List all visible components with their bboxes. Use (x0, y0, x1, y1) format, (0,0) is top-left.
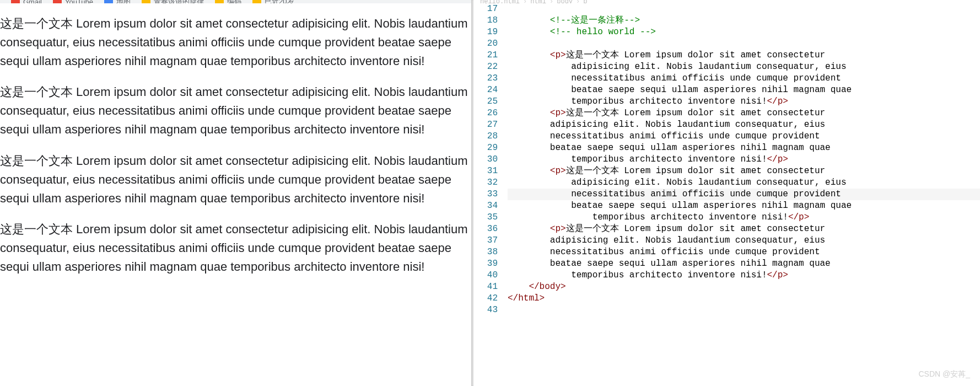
line-number: 24 (473, 84, 498, 96)
line-number: 22 (473, 61, 498, 73)
token-text: 这是一个文本 Lorem ipsum dolor sit amet consec… (566, 224, 825, 234)
paragraph: 这是一个文本 Lorem ipsum dolor sit amet consec… (0, 152, 471, 208)
token-tag: <p> (550, 166, 566, 176)
bookmark-icon (104, 0, 113, 3)
bookmark-label: 编码 (227, 0, 241, 3)
token-text: temporibus architecto inventore nisi! (571, 270, 767, 280)
line-number: 36 (473, 223, 498, 235)
line-number: 21 (473, 50, 498, 61)
code-line[interactable]: temporibus architecto inventore nisi!</p… (508, 96, 980, 108)
paragraph: 这是一个文本 Lorem ipsum dolor sit amet consec… (0, 14, 471, 71)
paragraph: 这是一个文本 Lorem ipsum dolor sit amet consec… (0, 220, 471, 276)
line-number: 40 (473, 270, 498, 281)
line-number: 42 (473, 293, 498, 304)
line-number: 31 (473, 165, 498, 177)
bookmark-item[interactable]: YouTube (53, 0, 93, 3)
code-line[interactable]: <p>这是一个文本 Lorem ipsum dolor sit amet con… (508, 108, 980, 119)
code-line[interactable]: temporibus architecto inventore nisi!</p… (508, 212, 980, 223)
code-line[interactable]: adipisicing elit. Nobis laudantium conse… (508, 119, 980, 131)
watermark: CSDN @安苒_ (918, 369, 970, 379)
code-line[interactable]: <p>这是一个文本 Lorem ipsum dolor sit amet con… (508, 50, 980, 61)
rendered-page: 这是一个文本 Lorem ipsum dolor sit amet consec… (0, 3, 471, 276)
bookmark-icon (53, 0, 62, 3)
line-number: 25 (473, 96, 498, 108)
token-text: adipisicing elit. Nobis laudantium conse… (550, 120, 825, 130)
bookmark-label: Gmail (23, 0, 42, 3)
bookmark-icon (215, 0, 224, 3)
code-line[interactable]: beatae saepe sequi ullam asperiores nihi… (508, 200, 980, 212)
bookmark-icon (142, 0, 150, 3)
token-comment: <!-- hello world --> (550, 27, 656, 37)
code-line[interactable]: adipisicing elit. Nobis laudantium conse… (508, 61, 980, 73)
token-text: beatae saepe sequi ullam asperiores nihi… (571, 85, 852, 95)
code-line[interactable]: <!--这是一条注释--> (508, 15, 980, 26)
token-text: 这是一个文本 Lorem ipsum dolor sit amet consec… (566, 166, 825, 176)
token-text: temporibus architecto inventore nisi! (571, 154, 767, 164)
code-line[interactable]: beatae saepe sequi ullam asperiores nihi… (508, 258, 980, 270)
token-tag: </body> (529, 282, 566, 292)
bookmark-item[interactable]: 编码 (215, 0, 241, 3)
token-tag: </p> (767, 154, 788, 164)
token-tag: </p> (767, 270, 788, 280)
token-text: necessitatibus animi officiis unde cumqu… (571, 189, 841, 199)
code-line[interactable]: <!-- hello world --> (508, 26, 980, 38)
bookmark-item[interactable]: 已近20岁 (252, 0, 294, 3)
token-text: necessitatibus animi officiis unde cumqu… (571, 73, 841, 83)
code-editor-pane: hello.html›html›body›p 17181920212223242… (473, 0, 980, 386)
code-line[interactable]: necessitatibus animi officiis unde cumqu… (508, 189, 980, 200)
token-text: necessitatibus animi officiis unde cumqu… (550, 247, 820, 257)
code-line[interactable]: necessitatibus animi officiis unde cumqu… (508, 246, 980, 258)
code-line[interactable] (508, 304, 980, 316)
line-number: 23 (473, 73, 498, 84)
line-number: 32 (473, 177, 498, 189)
code-line[interactable]: adipisicing elit. Nobis laudantium conse… (508, 235, 980, 246)
token-text: temporibus architecto inventore nisi! (571, 96, 767, 106)
line-number: 41 (473, 281, 498, 293)
token-text: adipisicing elit. Nobis laudantium conse… (571, 178, 846, 187)
code-area[interactable]: 1718192021222324252627282930313233343536… (473, 3, 980, 386)
line-number: 30 (473, 154, 498, 165)
line-number: 27 (473, 119, 498, 131)
bookmark-item[interactable]: 青春该谱的旋律 (142, 0, 204, 3)
line-number: 39 (473, 258, 498, 270)
line-number: 35 (473, 212, 498, 223)
bookmark-icon (11, 0, 20, 3)
token-tag: <p> (550, 108, 566, 118)
code-line[interactable]: </html> (508, 293, 980, 304)
bookmark-item[interactable]: 地图 (104, 0, 131, 3)
code-line[interactable]: adipisicing elit. Nobis laudantium conse… (508, 177, 980, 189)
code-line[interactable]: necessitatibus animi officiis unde cumqu… (508, 131, 980, 142)
line-number: 43 (473, 304, 498, 316)
token-comment: <!--这是一条注释--> (550, 15, 640, 25)
code-line[interactable]: <p>这是一个文本 Lorem ipsum dolor sit amet con… (508, 223, 980, 235)
code-line[interactable] (508, 3, 980, 15)
code-line[interactable] (508, 38, 980, 50)
code-line[interactable]: <p>这是一个文本 Lorem ipsum dolor sit amet con… (508, 165, 980, 177)
code-content[interactable]: <!--这是一条注释--> <!-- hello world --> <p>这是… (508, 3, 980, 386)
token-text: adipisicing elit. Nobis laudantium conse… (571, 62, 846, 72)
line-number: 29 (473, 142, 498, 154)
token-text: beatae saepe sequi ullam asperiores nihi… (550, 259, 831, 269)
code-line[interactable]: temporibus architecto inventore nisi!</p… (508, 154, 980, 165)
token-tag: <p> (550, 224, 566, 234)
token-tag: <p> (550, 50, 566, 60)
bookmark-label: 地图 (116, 0, 131, 3)
line-number-gutter: 1718192021222324252627282930313233343536… (473, 3, 508, 386)
line-number: 19 (473, 26, 498, 38)
bookmark-label: YouTube (65, 0, 93, 3)
code-line[interactable]: beatae saepe sequi ullam asperiores nihi… (508, 142, 980, 154)
token-text: necessitatibus animi officiis unde cumqu… (550, 131, 820, 141)
bookmark-item[interactable]: Gmail (11, 0, 42, 3)
code-line[interactable]: </body> (508, 281, 980, 293)
token-text: temporibus architecto inventore nisi! (593, 212, 788, 222)
line-number: 33 (473, 189, 498, 200)
token-text: beatae saepe sequi ullam asperiores nihi… (571, 201, 852, 211)
code-line[interactable]: beatae saepe sequi ullam asperiores nihi… (508, 84, 980, 96)
code-line[interactable]: necessitatibus animi officiis unde cumqu… (508, 73, 980, 84)
token-tag: </p> (788, 212, 809, 222)
line-number: 34 (473, 200, 498, 212)
token-text: 这是一个文本 Lorem ipsum dolor sit amet consec… (566, 108, 825, 118)
line-number: 28 (473, 131, 498, 142)
bookmark-icon (252, 0, 261, 3)
code-line[interactable]: temporibus architecto inventore nisi!</p… (508, 270, 980, 281)
